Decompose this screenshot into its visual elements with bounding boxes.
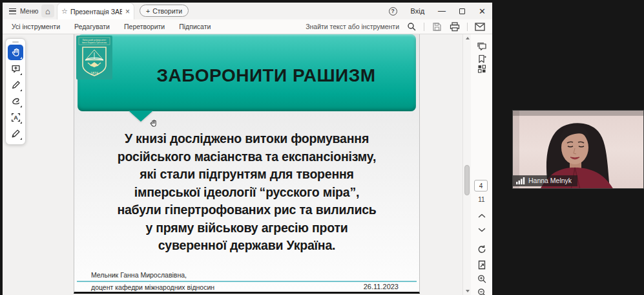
tab-title: Презентація ЗАБО... xyxy=(70,8,122,16)
menu-item-all-tools[interactable]: Усі інструменти xyxy=(12,23,60,30)
hand-tool-button[interactable] xyxy=(8,45,23,60)
help-icon[interactable]: ? xyxy=(389,7,397,16)
quick-actions-right: Знайти текст або інструменти xyxy=(306,19,486,34)
home-button[interactable]: ⌂ xyxy=(41,5,54,17)
comments-panel-icon[interactable] xyxy=(477,42,487,52)
next-page-icon[interactable] xyxy=(478,228,485,232)
university-logo: Київський університет імені Бориса Грінч… xyxy=(76,36,112,80)
svg-text:1874: 1874 xyxy=(90,71,98,75)
bookmarks-panel-icon[interactable] xyxy=(477,54,486,64)
body-line: які стали підгрунтям для творення xyxy=(79,166,414,184)
quick-actions-bar: Усі інструменти Редагувати Перетворити П… xyxy=(3,19,492,34)
zoom-in-icon[interactable] xyxy=(477,274,486,283)
screen-share-background: Меню ⌂ ☆ Презентація ЗАБО... × + Створит… xyxy=(0,0,644,295)
left-tool-rail: A xyxy=(5,38,26,145)
menu-label: Меню xyxy=(20,7,38,15)
total-pages-label: 11 xyxy=(471,196,492,203)
audio-signal-icon xyxy=(516,177,525,184)
comment-plus-icon xyxy=(11,64,21,74)
add-comment-tool-button[interactable] xyxy=(8,61,23,76)
search-icon[interactable] xyxy=(406,21,417,32)
draw-tool-button[interactable] xyxy=(8,77,23,93)
hamburger-icon xyxy=(9,8,16,14)
webcam-video-tile[interactable]: Hanna Melnyk xyxy=(512,110,644,189)
author-name: Мельник Ганна Мирославівна, xyxy=(91,271,187,279)
search-field[interactable]: Знайти текст або інструменти xyxy=(306,23,399,30)
menu-item-sign[interactable]: Підписати xyxy=(179,23,211,30)
maximize-icon[interactable] xyxy=(459,8,465,14)
vertical-scrollbar[interactable] xyxy=(462,34,471,295)
svg-text:імені Бориса Грінченка: імені Бориса Грінченка xyxy=(82,41,107,44)
current-page-input[interactable]: 4 xyxy=(474,180,488,191)
footer-rule xyxy=(77,281,417,282)
document-tab[interactable]: ☆ Презентація ЗАБО... × xyxy=(57,3,134,19)
fill-and-sign-tool-button[interactable] xyxy=(8,126,23,141)
titlebar-right-controls: ? Вхід — ✕ xyxy=(389,3,486,19)
pencil-icon xyxy=(11,80,21,90)
svg-text:Київський університет: Київський університет xyxy=(83,39,107,41)
hand-pan-cursor xyxy=(149,119,158,128)
slide-body-text: У книзі досліджено витоки формування рос… xyxy=(79,130,414,255)
body-line: імперської ідеології “русского міра”, xyxy=(79,184,414,202)
add-text-tool-button[interactable]: A xyxy=(8,109,23,125)
participant-name-label: Hanna Melnyk xyxy=(513,175,577,186)
lasso-icon xyxy=(11,96,21,106)
scroll-down-arrow-icon[interactable] xyxy=(466,290,470,292)
page-thumbnails-icon[interactable] xyxy=(477,65,486,73)
body-line: російського масіанства та експансіонізму… xyxy=(79,148,414,166)
rail-drag-handle[interactable] xyxy=(12,41,19,43)
star-icon[interactable]: ☆ xyxy=(61,7,68,16)
save-icon[interactable] xyxy=(431,21,442,32)
divider xyxy=(424,23,424,31)
participant-name: Hanna Melnyk xyxy=(528,177,572,184)
menu-button[interactable]: Меню xyxy=(9,5,38,17)
slide-title: ЗАБОРОНИТИ РАШИЗМ xyxy=(116,65,417,86)
text-box-icon: A xyxy=(11,113,21,122)
fountain-pen-icon xyxy=(11,129,21,138)
minimize-button[interactable]: — xyxy=(438,6,446,16)
home-icon: ⌂ xyxy=(45,6,50,16)
fit-page-icon[interactable] xyxy=(477,260,486,270)
body-line: набули гіпертрофованих рис та вилились xyxy=(79,201,414,219)
body-line: суверенної держави Україна. xyxy=(79,237,414,255)
close-button[interactable]: ✕ xyxy=(479,6,486,16)
right-panel-rail: 4 11 xyxy=(471,34,492,295)
menu-item-convert[interactable]: Перетворити xyxy=(124,23,165,30)
menu-item-edit[interactable]: Редагувати xyxy=(74,23,110,30)
email-icon[interactable] xyxy=(474,21,486,32)
hand-icon xyxy=(11,48,21,58)
tab-close-icon[interactable]: × xyxy=(125,7,130,16)
scroll-up-arrow-icon[interactable] xyxy=(466,37,470,39)
print-icon[interactable] xyxy=(449,21,461,32)
plus-icon: + xyxy=(146,7,150,15)
body-line: У книзі досліджено витоки формування xyxy=(79,130,414,148)
slide-page: Київський університет імені Бориса Грінч… xyxy=(74,34,420,294)
login-button[interactable]: Вхід xyxy=(411,7,425,15)
create-button[interactable]: + Створити xyxy=(140,5,189,17)
title-bar: Меню ⌂ ☆ Презентація ЗАБО... × + Створит… xyxy=(3,3,492,19)
divider xyxy=(467,23,468,31)
create-label: Створити xyxy=(152,7,182,15)
slide-date: 26.11.2023 xyxy=(364,283,399,290)
previous-page-icon[interactable] xyxy=(478,213,485,218)
scrollbar-thumb[interactable] xyxy=(464,165,470,195)
acrobat-window: Меню ⌂ ☆ Презентація ЗАБО... × + Створит… xyxy=(3,3,492,295)
author-role: доцент кафедри міжнародних відносин xyxy=(91,283,214,291)
zoom-out-icon[interactable] xyxy=(477,288,486,295)
rotate-page-icon[interactable] xyxy=(477,245,486,254)
svg-text:A: A xyxy=(14,114,18,120)
lasso-tool-button[interactable] xyxy=(8,93,23,109)
body-line: у пряму військову агресію проти xyxy=(79,219,414,237)
document-canvas[interactable]: Київський університет імені Бориса Грінч… xyxy=(3,34,462,295)
